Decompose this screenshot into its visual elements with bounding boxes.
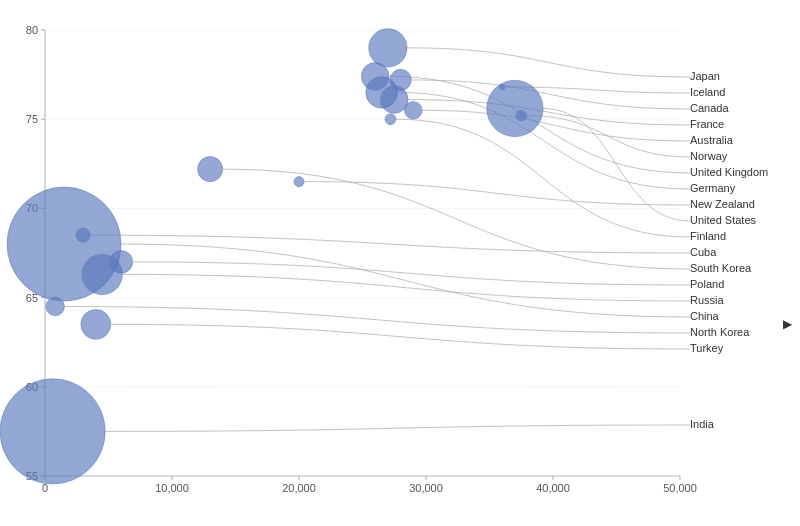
scatter-chart: [0, 0, 800, 526]
chart-container: [0, 0, 800, 526]
